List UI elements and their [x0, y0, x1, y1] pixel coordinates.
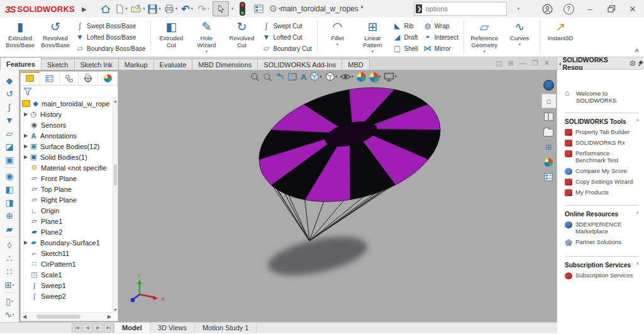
ribbon-collapse-chevron[interactable]: ^ — [635, 48, 639, 55]
tab-custom-properties[interactable] — [541, 170, 555, 184]
reference-geometry-caret[interactable]: ▾ — [483, 49, 486, 54]
tab-sketch[interactable]: Sketch — [41, 58, 75, 70]
open-button[interactable]: ▾ — [131, 2, 146, 16]
options-button[interactable]: ⚙ ▾ — [267, 2, 282, 16]
tab-3d-views[interactable]: 3D Views — [150, 323, 195, 333]
linear-pattern-caret[interactable]: ▾ — [372, 49, 374, 54]
dynamic-annotation-views-button[interactable]: A — [301, 71, 306, 82]
apply-scene-caret[interactable]: ▾ — [379, 74, 381, 79]
undo-button[interactable]: ↶ ▾ — [180, 2, 195, 16]
toroidal-canopy[interactable] — [247, 70, 453, 220]
tree-item-history[interactable]: ▶ ◷ History — [21, 109, 113, 120]
expand-arrow[interactable]: ▶ — [23, 133, 29, 138]
section-subscription-services[interactable]: Subscription Services ^ — [565, 262, 639, 269]
hide-show-items-button[interactable]: ▾ — [340, 71, 353, 82]
edit-appearance-button[interactable] — [357, 71, 366, 82]
link-solidworks-rx[interactable]: SOLIDWORKS Rx — [565, 140, 639, 147]
tab-sketch-ink[interactable]: Sketch Ink — [74, 58, 119, 70]
curves-caret[interactable]: ▾ — [518, 42, 521, 47]
section-collapse-icon[interactable]: ^ — [636, 262, 639, 269]
link-partner-solutions[interactable]: Partner Solutions — [565, 239, 639, 246]
view-settings-button[interactable]: ▾ — [384, 71, 397, 82]
tree-item-solid-bodies[interactable]: ▶ ▣ Solid Bodies(1) — [21, 152, 113, 162]
revolved-cut-button[interactable]: ↻ Revolved Cut — [224, 19, 259, 55]
section-collapse-icon[interactable]: ^ — [636, 118, 639, 125]
extruded-boss-base-button[interactable]: ▮ Extruded Boss/Base — [3, 19, 38, 55]
features-toolbar-button-3[interactable]: ∫ — [1, 100, 18, 113]
instant3d-button[interactable]: ↗ Instant3D — [543, 19, 578, 55]
viewport-restore-icon[interactable]: ❐ — [532, 59, 538, 67]
reference-geometry-button[interactable]: ▱ Reference Geometry ▾ — [467, 19, 502, 55]
expand-arrow[interactable]: ▶ — [23, 154, 29, 160]
swept-cut-button[interactable]: ∫ Swept Cut — [262, 21, 311, 30]
hide-show-caret[interactable]: ▾ — [351, 74, 353, 79]
rib-button[interactable]: ◣ Rib — [393, 21, 418, 30]
scroll-up-arrow[interactable]: ▲ — [113, 99, 118, 103]
tree-item-origin[interactable]: ∟ Origin — [21, 205, 113, 216]
tab-features[interactable]: Features — [0, 57, 42, 70]
shell-button[interactable]: ▢ Shell — [393, 44, 418, 53]
features-toolbar-button-1[interactable]: ◆ — [1, 74, 18, 87]
tab-solidworks-add-ins[interactable]: SOLIDWORKS Add-Ins — [257, 58, 342, 70]
scroll-down-arrow[interactable]: ▼ — [113, 308, 118, 312]
tree-item-cirpattern1[interactable]: ∷ CirPattern1 — [21, 259, 113, 269]
tree-horizontal-scrollbar[interactable]: ◀ ▶ — [21, 312, 113, 321]
zoom-to-fit-button[interactable] — [250, 71, 260, 82]
first-tab-button[interactable]: |◀ — [72, 323, 82, 333]
view-settings-caret[interactable]: ▾ — [394, 74, 397, 79]
save-caret[interactable]: ▾ — [158, 6, 161, 11]
extruded-cut-button[interactable]: ◧ Extruded Cut — [153, 19, 189, 55]
boundary-cut-button[interactable]: ▱ Boundary Cut — [262, 44, 311, 53]
link-my-products[interactable]: My Products — [565, 189, 639, 196]
tree-item-top-plane[interactable]: ▱ Top Plane — [21, 184, 113, 194]
features-toolbar-button-14[interactable]: ∴ — [1, 252, 18, 265]
print-caret[interactable]: ▾ — [175, 6, 178, 11]
tree-item-annotations[interactable]: ▶ A Annotations — [21, 130, 113, 141]
swept-boss-base-button[interactable]: ∫ Swept Boss/Base — [75, 21, 145, 30]
split-pane-2-icon[interactable]: ⊞ — [508, 59, 514, 67]
task-pane-gear-icon[interactable]: ⚙ — [630, 59, 636, 68]
features-toolbar-button-7[interactable]: ▣ — [1, 153, 18, 166]
last-tab-button[interactable]: ▶| — [104, 323, 114, 333]
tab-appearances[interactable] — [541, 155, 555, 169]
help-button[interactable]: ? — [560, 2, 577, 16]
tab-markup[interactable]: Markup — [118, 58, 154, 70]
scrollbar-thumb[interactable] — [36, 315, 80, 319]
search-input[interactable] — [425, 4, 516, 13]
tree-filter-row[interactable] — [21, 86, 118, 97]
features-toolbar-button-8[interactable]: ◉ — [1, 169, 18, 182]
curves-button[interactable]: ∿ Curves ▾ — [502, 19, 537, 55]
wrap-button[interactable]: ◍ Wrap — [423, 21, 458, 30]
command-search-box[interactable]: ❯ ▾ — [414, 2, 507, 16]
link-performance-benchmark-test[interactable]: Performance Benchmark Test — [565, 150, 639, 164]
welcome-link[interactable]: ⌂ Welcome to SOLIDWORKS — [565, 90, 639, 104]
new-document-caret[interactable]: ▾ — [125, 6, 128, 11]
rebuild-button[interactable] — [235, 2, 250, 16]
link-compare-my-score[interactable]: Compare My Score — [565, 168, 639, 175]
hole-wizard-caret[interactable]: ▾ — [206, 49, 208, 54]
tab-design-library[interactable] — [541, 110, 555, 123]
view-orientation-caret[interactable]: ▾ — [319, 74, 322, 79]
panel-splitter-handle[interactable] — [85, 73, 90, 78]
minimize-button[interactable]: – — [581, 2, 599, 16]
close-button[interactable]: ✕ — [624, 2, 641, 16]
pin-icon[interactable] — [637, 60, 644, 67]
draft-button[interactable]: ◢ Draft — [393, 33, 418, 42]
tab-3dexperience[interactable] — [541, 79, 555, 92]
tree-item-plane2[interactable]: ▰ Plane2 — [21, 226, 113, 237]
section-online-resources[interactable]: Online Resources ^ — [565, 211, 639, 218]
select-tool-button[interactable] — [213, 1, 229, 16]
boundary-boss-base-button[interactable]: ▱ Boundary Boss/Base — [75, 44, 145, 53]
tree-item-material[interactable]: ⚙ Material <not specifie — [21, 162, 113, 173]
viewport-minimize-icon[interactable]: — — [519, 59, 526, 67]
features-toolbar-button-12[interactable]: ▰ — [1, 222, 18, 235]
new-document-button[interactable]: ▾ — [114, 2, 130, 16]
tree-item-boundary-surface1[interactable]: ▶ ▰ Boundary-Surface1 — [21, 237, 113, 248]
link-subscription-services[interactable]: Subscription Services — [565, 272, 639, 279]
undo-caret[interactable]: ▾ — [191, 6, 194, 11]
tree-item-front-plane[interactable]: ▱ Front Plane — [21, 173, 113, 184]
tab-mbd[interactable]: MBD — [341, 58, 369, 70]
expand-arrow[interactable]: ▶ — [23, 111, 29, 117]
prev-tab-button[interactable]: ◀ — [82, 323, 92, 333]
features-toolbar-button-18[interactable]: ∿▾ — [1, 308, 18, 321]
